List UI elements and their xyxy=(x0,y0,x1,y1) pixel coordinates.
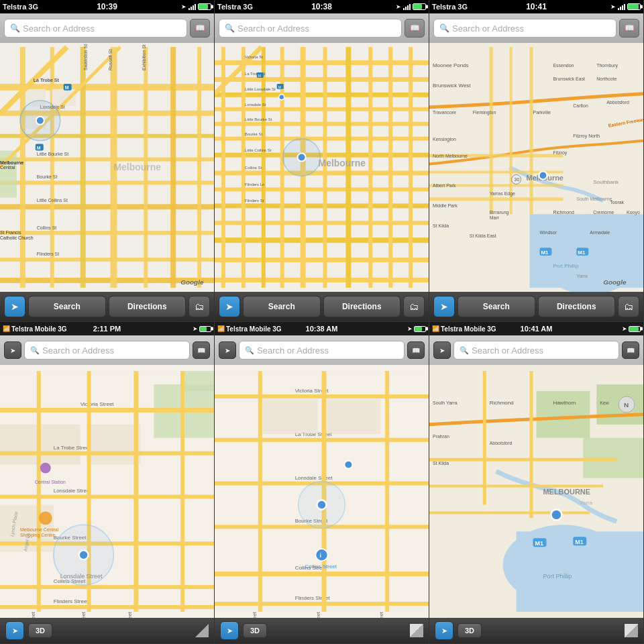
layers-button[interactable]: 🗂 xyxy=(618,296,639,317)
search-input[interactable]: 🔍 Search or Address xyxy=(239,341,405,360)
search-placeholder: Search or Address xyxy=(472,345,543,356)
svg-text:Albert Park: Albert Park xyxy=(433,183,456,188)
bookmark-button[interactable]: 📖 xyxy=(193,341,210,359)
directions-button[interactable]: Directions xyxy=(538,296,616,317)
svg-text:Lonsdale St: Lonsdale St xyxy=(245,103,266,107)
map-area[interactable]: Victoria Street La Trobe Street Lonsdale… xyxy=(0,365,214,618)
map-area[interactable]: Melbourne Victoria St La Trobe St Little… xyxy=(215,43,429,292)
navigate-button[interactable]: ➤ xyxy=(4,296,25,317)
bottom-bar: ➤ 3D xyxy=(429,618,643,643)
location-icon: ➤ xyxy=(610,3,616,10)
navigate-icon: ➤ xyxy=(12,627,18,635)
bookmark-button[interactable]: 📖 xyxy=(407,341,425,359)
navigate-button[interactable]: ➤ xyxy=(219,296,240,317)
svg-text:Brunswick East: Brunswick East xyxy=(553,76,585,81)
search-input[interactable]: 🔍 Search or Address xyxy=(219,19,402,38)
svg-text:Collins Street: Collins Street xyxy=(305,564,337,570)
svg-text:Yarra: Yarra xyxy=(580,500,592,506)
search-placeholder: Search or Address xyxy=(452,23,524,34)
3d-button[interactable]: 3D xyxy=(28,623,52,638)
map-area[interactable]: Moonee Ponds Essendon Thornbury Brunswic… xyxy=(429,43,643,292)
svg-rect-69 xyxy=(409,47,413,288)
status-bar-top-mid: Telstra 3G 10:38 ➤ xyxy=(215,0,429,13)
map-area[interactable]: Victoria Street La Trobe Street Lonsdale… xyxy=(215,365,429,618)
search-button[interactable]: Search xyxy=(28,296,106,317)
svg-text:Bourke St: Bourke St xyxy=(37,174,58,179)
status-icons: ➤ xyxy=(610,3,641,10)
svg-text:Fitzroy North: Fitzroy North xyxy=(573,133,600,139)
svg-text:Flinders St: Flinders St xyxy=(245,199,264,203)
status-icons: ➤ xyxy=(407,325,426,332)
carrier-label: 📶 Telstra Mobile 3G xyxy=(3,325,67,333)
directions-button[interactable]: Directions xyxy=(323,296,401,317)
page-curl xyxy=(195,624,209,637)
svg-text:Bourke St: Bourke St xyxy=(245,132,263,136)
location-icon: ➤ xyxy=(193,325,198,332)
directions-btn[interactable]: ➤ xyxy=(433,341,451,359)
svg-text:Windsor: Windsor xyxy=(539,230,557,235)
bookmark-icon: 📖 xyxy=(412,347,420,354)
navigate-button[interactable]: ➤ xyxy=(220,621,239,640)
bookmark-button[interactable]: 📖 xyxy=(619,19,639,38)
bookmark-icon: 📖 xyxy=(625,23,635,33)
battery-icon xyxy=(414,326,426,332)
svg-rect-68 xyxy=(388,47,392,288)
bookmark-button[interactable]: 📖 xyxy=(405,19,425,38)
search-placeholder: Search or Address xyxy=(237,23,309,34)
svg-text:Abbotsford: Abbotsford xyxy=(490,441,513,445)
svg-text:Lonsdale Street: Lonsdale Street xyxy=(60,573,103,580)
3d-button[interactable]: 3D xyxy=(243,623,267,638)
search-button[interactable]: Search xyxy=(243,296,321,317)
svg-text:Melbourne: Melbourne xyxy=(0,160,23,165)
search-bar: 🔍 Search or Address 📖 xyxy=(215,13,429,43)
layers-icon: 🗂 xyxy=(409,301,419,312)
svg-rect-53 xyxy=(215,170,429,175)
svg-text:Little Bourke St: Little Bourke St xyxy=(245,117,272,121)
svg-text:M1: M1 xyxy=(578,250,586,256)
carrier-text: Telstra Mobile 3G xyxy=(11,325,67,333)
svg-text:Victoria Street: Victoria Street xyxy=(80,401,115,407)
bookmark-button[interactable]: 📖 xyxy=(190,19,210,38)
map-area[interactable]: La Trobe St Lonsdale St Little Bourke St… xyxy=(0,43,214,292)
3d-button[interactable]: 3D xyxy=(458,623,482,638)
svg-text:M: M xyxy=(258,74,261,78)
navigate-button[interactable]: ➤ xyxy=(435,621,453,640)
svg-text:Central Station: Central Station xyxy=(35,480,66,484)
bookmark-button[interactable]: 📖 xyxy=(622,341,639,359)
layers-icon: 🗂 xyxy=(624,301,633,312)
svg-rect-62 xyxy=(262,47,266,288)
svg-rect-193 xyxy=(385,371,389,612)
search-input[interactable]: 🔍 Search or Address xyxy=(4,19,187,38)
svg-text:Elizabeth Street: Elizabeth Street xyxy=(252,611,258,618)
navigate-button[interactable]: ➤ xyxy=(5,621,24,640)
svg-text:M: M xyxy=(278,85,281,89)
svg-text:South Yarra: South Yarra xyxy=(433,400,458,405)
search-icon: 🔍 xyxy=(439,23,449,33)
svg-text:N: N xyxy=(624,401,629,409)
search-button[interactable]: Search xyxy=(458,296,535,317)
map-area[interactable]: M1 M1 MELBOURNE Yarra Port Phillip South… xyxy=(429,365,643,618)
svg-rect-57 xyxy=(215,237,429,243)
svg-rect-55 xyxy=(215,203,429,208)
layers-button[interactable]: 🗂 xyxy=(189,296,210,317)
phone-top-right: Telstra 3G 10:41 ➤ 🔍 Search or Address 📖 xyxy=(429,0,644,322)
svg-text:Yarra: Yarra xyxy=(576,274,588,278)
directions-button[interactable]: Directions xyxy=(109,296,186,317)
search-input[interactable]: 🔍 Search or Address xyxy=(24,341,190,360)
navigate-button[interactable]: ➤ xyxy=(433,296,455,317)
search-input[interactable]: 🔍 Search or Address xyxy=(433,19,616,38)
layers-icon: 🗂 xyxy=(195,301,204,312)
svg-rect-48 xyxy=(215,93,429,97)
search-input[interactable]: 🔍 Search or Address xyxy=(453,341,619,360)
battery-icon xyxy=(413,3,426,10)
directions-btn[interactable]: ➤ xyxy=(4,341,21,359)
bookmark-icon: 📖 xyxy=(410,23,420,33)
svg-text:M: M xyxy=(65,85,69,90)
svg-point-204 xyxy=(344,461,352,469)
svg-rect-213 xyxy=(429,511,590,514)
svg-point-176 xyxy=(40,463,51,474)
directions-btn[interactable]: ➤ xyxy=(219,341,236,359)
svg-rect-215 xyxy=(530,371,533,518)
layers-button[interactable]: 🗂 xyxy=(403,296,425,317)
svg-text:Port Phillip: Port Phillip xyxy=(543,573,572,580)
